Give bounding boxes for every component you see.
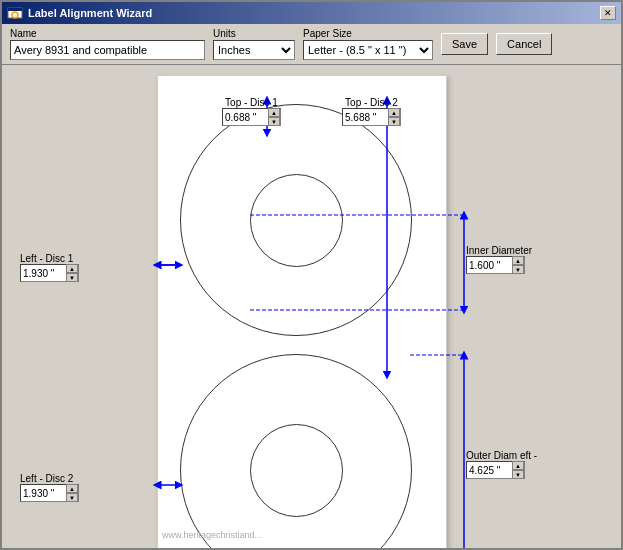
top-disc2-group: Top - Disc 2 ▲ ▼: [342, 97, 401, 126]
paper-preview: [157, 75, 447, 548]
left-disc1-spinners[interactable]: ▲ ▼: [66, 264, 78, 282]
main-content: Top - Disc 1 ▲ ▼ Top - Disc 2 ▲ ▼: [2, 65, 621, 548]
inner-diameter-spinners[interactable]: ▲ ▼: [512, 256, 524, 274]
left-disc2-input[interactable]: ▲ ▼: [20, 484, 79, 502]
close-button[interactable]: ✕: [600, 6, 616, 20]
paper-size-select[interactable]: Letter - (8.5 " x 11 ") A4 - (210 x 297 …: [303, 40, 433, 60]
left-disc2-spinners[interactable]: ▲ ▼: [66, 484, 78, 502]
left-disc1-value[interactable]: [21, 265, 66, 281]
units-label: Units: [213, 28, 295, 39]
top-disc1-spinners[interactable]: ▲ ▼: [268, 108, 280, 126]
top-disc1-up[interactable]: ▲: [268, 108, 280, 117]
outer-diameter-label: Outer Diam eft -: [466, 450, 537, 461]
outer-diameter-value[interactable]: [467, 462, 512, 478]
left-disc2-label: Left - Disc 2: [20, 473, 73, 484]
save-button[interactable]: Save: [441, 33, 488, 55]
top-disc2-up[interactable]: ▲: [388, 108, 400, 117]
top-disc1-value[interactable]: [223, 109, 268, 125]
window-icon: [7, 5, 23, 21]
paper-size-label: Paper Size: [303, 28, 433, 39]
top-disc1-group: Top - Disc 1 ▲ ▼: [222, 97, 281, 126]
inner-diameter-value[interactable]: [467, 257, 512, 273]
watermark: www.heritagechristiand...: [162, 530, 262, 540]
left-disc1-input[interactable]: ▲ ▼: [20, 264, 79, 282]
inner-diameter-input[interactable]: ▲ ▼: [466, 256, 525, 274]
name-input[interactable]: [10, 40, 205, 60]
svg-rect-1: [8, 8, 22, 11]
left-disc1-group: Left - Disc 1 ▲ ▼: [20, 253, 79, 282]
units-field-group: Units Inches Centimeters Millimeters: [213, 28, 295, 60]
title-bar-left: Label Alignment Wizard: [7, 5, 152, 21]
top-disc2-spinners[interactable]: ▲ ▼: [388, 108, 400, 126]
top-disc2-label: Top - Disc 2: [345, 97, 398, 108]
left-disc1-label: Left - Disc 1: [20, 253, 73, 264]
top-disc1-input[interactable]: ▲ ▼: [222, 108, 281, 126]
window-title: Label Alignment Wizard: [28, 7, 152, 19]
left-disc2-value[interactable]: [21, 485, 66, 501]
top-disc2-value[interactable]: [343, 109, 388, 125]
outer-diameter-down[interactable]: ▼: [512, 470, 524, 479]
inner-diameter-up[interactable]: ▲: [512, 256, 524, 265]
left-disc2-group: Left - Disc 2 ▲ ▼: [20, 473, 79, 502]
left-disc1-down[interactable]: ▼: [66, 273, 78, 282]
top-disc1-down[interactable]: ▼: [268, 117, 280, 126]
outer-diameter-spinners[interactable]: ▲ ▼: [512, 461, 524, 479]
title-bar: Label Alignment Wizard ✕: [2, 2, 621, 24]
title-bar-buttons: ✕: [600, 6, 616, 20]
top-disc2-down[interactable]: ▼: [388, 117, 400, 126]
inner-diameter-label: Inner Diameter: [466, 245, 532, 256]
outer-diameter-up[interactable]: ▲: [512, 461, 524, 470]
inner-diameter-group: Inner Diameter ▲ ▼: [466, 245, 532, 274]
outer-diameter-group: Outer Diam eft - ▲ ▼: [466, 450, 537, 479]
toolbar: Name Units Inches Centimeters Millimeter…: [2, 24, 621, 65]
top-disc2-input[interactable]: ▲ ▼: [342, 108, 401, 126]
name-field-group: Name: [10, 28, 205, 60]
left-disc1-up[interactable]: ▲: [66, 264, 78, 273]
paper-size-field-group: Paper Size Letter - (8.5 " x 11 ") A4 - …: [303, 28, 433, 60]
disc2-inner: [250, 424, 343, 517]
disc1-inner: [250, 174, 343, 267]
left-disc2-up[interactable]: ▲: [66, 484, 78, 493]
name-label: Name: [10, 28, 205, 39]
top-disc1-label: Top - Disc 1: [225, 97, 278, 108]
units-select[interactable]: Inches Centimeters Millimeters: [213, 40, 295, 60]
left-disc2-down[interactable]: ▼: [66, 493, 78, 502]
inner-diameter-down[interactable]: ▼: [512, 265, 524, 274]
main-window: Label Alignment Wizard ✕ Name Units Inch…: [0, 0, 623, 550]
outer-diameter-input[interactable]: ▲ ▼: [466, 461, 525, 479]
cancel-button[interactable]: Cancel: [496, 33, 552, 55]
